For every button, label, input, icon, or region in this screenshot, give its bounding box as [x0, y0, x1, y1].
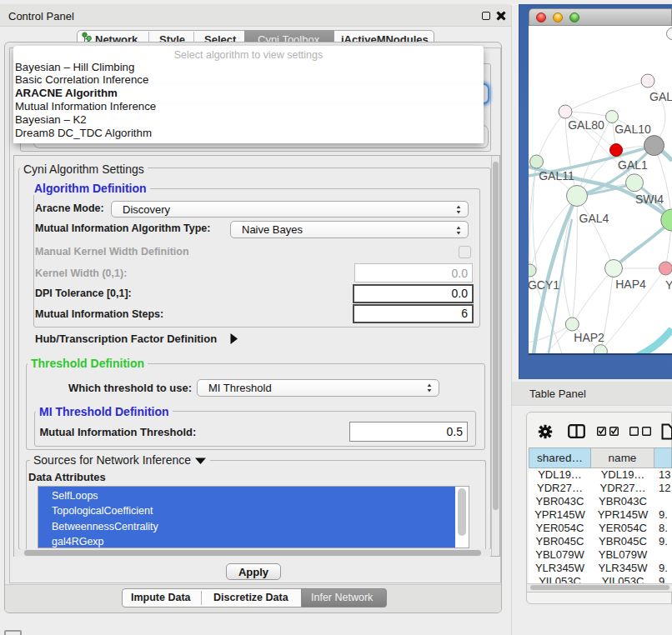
svg-text:GAL11: GAL11	[539, 169, 574, 182]
svg-text:GAL10: GAL10	[614, 122, 651, 136]
svg-text:GAL1: GAL1	[618, 158, 648, 172]
svg-text:SWI4: SWI4	[635, 192, 664, 206]
svg-text:GAL4: GAL4	[579, 212, 609, 225]
svg-text:HAP2: HAP2	[574, 331, 604, 344]
svg-text:GAL80: GAL80	[568, 118, 604, 132]
svg-text:GAL7: GAL7	[649, 90, 672, 103]
svg-text:YJ: YJ	[665, 278, 672, 292]
svg-text:HAP4: HAP4	[615, 278, 646, 291]
svg-text:GCY1: GCY1	[529, 278, 559, 292]
